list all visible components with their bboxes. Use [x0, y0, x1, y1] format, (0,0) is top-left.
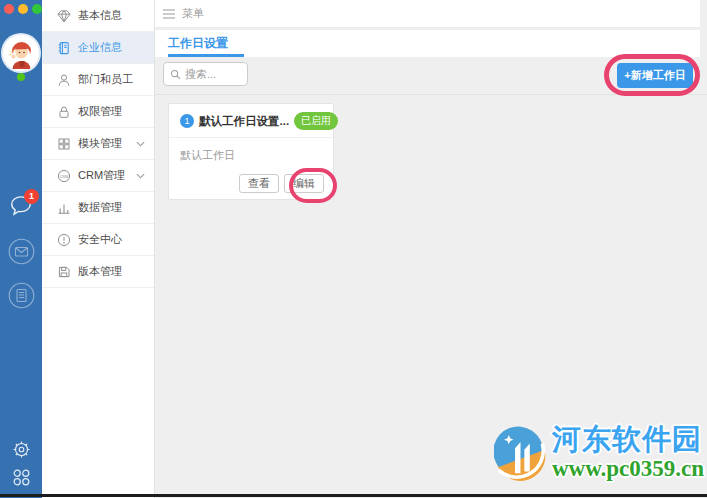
sidebar-item-label: 权限管理 — [78, 104, 122, 119]
crm-icon-text: CRM — [60, 174, 69, 178]
chat-notification-badge: 1 — [24, 189, 39, 204]
sidebar-nav: 基本信息 企业信息 部门和员工 — [42, 0, 155, 498]
left-rail: 1 — [0, 0, 42, 498]
search-icon — [170, 69, 181, 80]
add-workday-button[interactable]: +新增工作日 — [617, 63, 693, 88]
active-tab-underline — [168, 54, 244, 57]
watermark: 河东软件园 www.pc0359.cn — [494, 422, 704, 492]
apps-icon[interactable] — [7, 463, 35, 491]
sidebar-item-label: 部门和员工 — [78, 72, 133, 87]
view-button[interactable]: 查看 — [239, 174, 279, 193]
online-status-dot — [17, 73, 25, 81]
grid-icon — [57, 137, 71, 151]
card-footer: 查看 编辑 — [239, 174, 324, 193]
toolbar-divider — [155, 94, 707, 95]
lock-icon — [57, 105, 71, 119]
floppy-icon — [57, 265, 71, 279]
tab-bar: 工作日设置 — [155, 30, 700, 57]
chevron-down-icon — [136, 141, 145, 147]
mail-icon[interactable] — [7, 237, 35, 265]
sidebar-item-crm[interactable]: CRM CRM管理 — [42, 160, 154, 192]
avatar-illustration — [3, 35, 39, 71]
minimize-window-button[interactable] — [18, 4, 28, 14]
window-controls — [4, 4, 42, 14]
sidebar-item-label: 数据管理 — [78, 200, 122, 215]
avatar[interactable] — [3, 35, 39, 71]
app-window: 1 — [0, 0, 707, 498]
sidebar-item-label: 企业信息 — [78, 40, 122, 55]
window-bottom-edge — [0, 494, 707, 497]
sidebar-item-departments[interactable]: 部门和员工 — [42, 64, 154, 96]
card-title: 默认工作日设置... — [199, 114, 289, 129]
sidebar-item-modules[interactable]: 模块管理 — [42, 128, 154, 160]
sidebar-item-company-info[interactable]: 企业信息 — [42, 32, 154, 64]
sidebar-item-data[interactable]: 数据管理 — [42, 192, 154, 224]
menu-label[interactable]: 菜单 — [182, 6, 204, 21]
crm-icon: CRM — [57, 169, 71, 183]
hamburger-menu-icon[interactable] — [163, 9, 175, 19]
card-header: 1 默认工作日设置... 已启用 — [169, 104, 333, 138]
close-window-button[interactable] — [4, 4, 14, 14]
sidebar-item-label: CRM管理 — [78, 168, 125, 183]
sidebar-item-permissions[interactable]: 权限管理 — [42, 96, 154, 128]
status-badge: 已启用 — [294, 112, 338, 130]
sidebar-item-version[interactable]: 版本管理 — [42, 256, 154, 288]
topbar: 菜单 — [155, 0, 700, 28]
sidebar-item-label: 基本信息 — [78, 8, 122, 23]
sidebar-item-security[interactable]: 安全中心 — [42, 224, 154, 256]
document-icon[interactable] — [7, 281, 35, 309]
gem-icon — [57, 9, 71, 23]
notebook-icon — [57, 41, 71, 55]
workday-card: 1 默认工作日设置... 已启用 默认工作日 查看 编辑 — [168, 103, 334, 200]
sidebar-item-label: 版本管理 — [78, 264, 122, 279]
sidebar-item-label: 模块管理 — [78, 136, 122, 151]
card-body-text: 默认工作日 — [169, 138, 333, 163]
watermark-site-name: 河东软件园 — [552, 422, 704, 456]
tab-workday-settings[interactable]: 工作日设置 — [168, 30, 228, 54]
watermark-logo — [494, 422, 547, 490]
maximize-window-button[interactable] — [32, 4, 42, 14]
bar-chart-icon — [57, 201, 71, 215]
chevron-down-icon — [136, 173, 145, 179]
search-box[interactable] — [163, 62, 248, 86]
gear-icon[interactable] — [7, 435, 35, 463]
alert-icon — [57, 233, 71, 247]
search-input[interactable] — [185, 68, 240, 80]
sidebar-item-label: 安全中心 — [78, 232, 122, 247]
watermark-site-url: www.pc0359.cn — [552, 456, 704, 482]
card-index-badge: 1 — [180, 114, 194, 128]
user-icon — [57, 73, 71, 87]
sidebar-item-basic-info[interactable]: 基本信息 — [42, 0, 154, 32]
watermark-text: 河东软件园 www.pc0359.cn — [552, 422, 704, 482]
edit-button[interactable]: 编辑 — [284, 174, 324, 193]
